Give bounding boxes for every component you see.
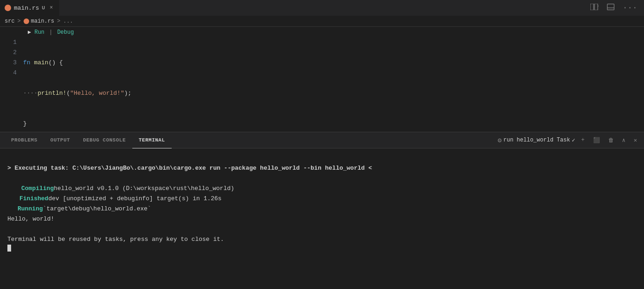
line-num-1: 1 [0, 37, 17, 48]
line-num-3: 3 [0, 58, 17, 68]
terminal-content[interactable]: > Executing task: C:\Users\JiangBo\.carg… [0, 148, 644, 289]
running-line: Running `target\debug\hello_world.exe` [7, 204, 637, 214]
breadcrumb-src: src [5, 18, 15, 25]
toolbar-right: ··· [588, 2, 644, 14]
run-debug-sep: | [49, 29, 52, 36]
exec-task-text: > Executing task: C:\Users\JiangBo\.carg… [7, 163, 372, 173]
panel: PROBLEMS OUTPUT DEBUG CONSOLE TERMINAL ⚙… [0, 132, 644, 289]
run-link[interactable]: Run [34, 29, 44, 36]
keyword-fn: fn [23, 58, 31, 68]
tab-modified-indicator: U [42, 5, 45, 11]
breadcrumb: src > main.rs > ... [0, 16, 644, 27]
breadcrumb-ellipsis: ... [63, 18, 73, 25]
task-icon: ⚙ [498, 136, 502, 144]
indent-dots: ···· [23, 88, 37, 98]
compiling-label: Compiling [21, 184, 54, 194]
breadcrumb-sep2: > [57, 18, 60, 25]
run-triangle: ▶ [28, 29, 31, 36]
breadcrumb-sep1: > [18, 18, 21, 25]
hello-world-string: "Hello, world!" [70, 88, 124, 98]
compiling-line: Compiling hello_world v0.1.0 (D:\workspa… [7, 184, 637, 194]
panel-tabs: PROBLEMS OUTPUT DEBUG CONSOLE TERMINAL ⚙… [0, 132, 644, 148]
task-check: ✓ [572, 137, 575, 144]
more-actions-icon[interactable]: ··· [621, 2, 639, 14]
fn-signature: () { [49, 58, 63, 68]
panel-tab-actions: ⚙ run hello_world Task ✓ + ⬛ 🗑 ∧ ✕ [498, 135, 639, 145]
task-name: run hello_world Task [503, 137, 570, 143]
code-line-3: } [23, 119, 644, 129]
finished-label: Finished [19, 194, 48, 204]
code-line-2: ····println!("Hello, world!"); [23, 88, 644, 98]
running-rest: `target\debug\hello_world.exe` [43, 204, 151, 214]
exec-task-line: > Executing task: C:\Users\JiangBo\.carg… [7, 163, 637, 173]
empty-line-3 [7, 224, 637, 234]
tab-terminal[interactable]: TERMINAL [132, 132, 172, 148]
close-panel-icon[interactable]: ✕ [632, 135, 639, 145]
svg-rect-1 [594, 4, 598, 10]
finished-line: Finished dev [unoptimized + debuginfo] t… [7, 194, 637, 204]
line-num-2: 2 [0, 48, 17, 58]
rust-file-icon [5, 5, 11, 11]
empty-line-1 [7, 153, 637, 163]
tab-close-button[interactable]: × [48, 4, 55, 12]
maximize-panel-icon[interactable]: ∧ [620, 135, 628, 145]
reuse-msg-line: Terminal will be reused by tasks, press … [7, 234, 637, 245]
code-area: 1 2 3 4 fn main() { ····println!("Hello,… [0, 37, 644, 132]
empty-line-2 [7, 173, 637, 184]
code-line-1: fn main() { [23, 58, 644, 68]
breadcrumb-rust-icon [24, 18, 29, 24]
svg-rect-0 [590, 4, 594, 10]
split-terminal-icon[interactable]: ⬛ [591, 135, 602, 145]
split-editor-icon[interactable] [588, 2, 601, 14]
cursor-line [7, 245, 637, 252]
line-numbers: 1 2 3 4 [0, 37, 23, 132]
output-line: Hello, world! [7, 214, 637, 224]
tab-main-rs[interactable]: main.rs U × [0, 0, 60, 16]
code-editor: ▶ Run | Debug 1 2 3 4 fn main() { ····pr… [0, 27, 644, 132]
tab-debug-console[interactable]: DEBUG CONSOLE [76, 132, 132, 148]
toggle-panel-icon[interactable] [605, 2, 616, 14]
open-paren: ( [67, 88, 70, 98]
add-terminal-icon[interactable]: + [579, 135, 587, 145]
trash-icon[interactable]: 🗑 [606, 135, 616, 145]
terminal-cursor [7, 245, 11, 252]
hello-world-output: Hello, world! [7, 214, 54, 224]
closing-brace: } [23, 119, 27, 129]
svg-rect-3 [607, 4, 614, 10]
println-macro: println! [37, 88, 66, 98]
tab-output[interactable]: OUTPUT [44, 132, 77, 148]
code-content[interactable]: fn main() { ····println!("Hello, world!"… [23, 37, 644, 132]
running-label: Running [18, 204, 43, 214]
run-debug-bar: ▶ Run | Debug [0, 27, 644, 37]
tab-bar: main.rs U × ··· [0, 0, 644, 16]
compiling-rest: hello_world v0.1.0 (D:\workspace\rust\he… [54, 184, 234, 194]
close-paren-semi: ); [124, 88, 131, 98]
tab-problems[interactable]: PROBLEMS [5, 132, 44, 148]
breadcrumb-filename: main.rs [31, 18, 54, 25]
task-label: ⚙ run hello_world Task ✓ [498, 136, 576, 144]
debug-link[interactable]: Debug [57, 29, 74, 36]
fn-name-main: main [34, 58, 48, 68]
line-num-4: 4 [0, 68, 17, 78]
tab-filename: main.rs [14, 5, 39, 12]
reuse-msg: Terminal will be reused by tasks, press … [7, 234, 224, 245]
finished-rest: dev [unoptimized + debuginfo] target(s) … [48, 194, 221, 204]
